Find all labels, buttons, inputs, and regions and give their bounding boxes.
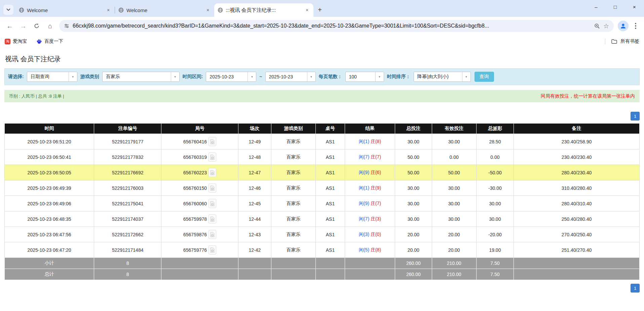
game-type-value: 百家乐 (103, 74, 171, 80)
video-replay-icon[interactable] (209, 245, 216, 254)
tab-title: Welcome (27, 7, 103, 13)
dropdown-arrow-icon[interactable]: ▼ (69, 72, 77, 81)
browser-toolbar: ← → ⌂ 66cxkj98.com/game/betrecord_search… (0, 17, 644, 35)
date-start-input[interactable]: 2025-10-23 ▼ (206, 72, 256, 82)
person-icon (620, 23, 627, 29)
tab-close-icon[interactable]: × (205, 7, 211, 13)
tab-close-icon[interactable]: × (304, 7, 310, 13)
cell-total-bet: 30.00 (395, 180, 432, 196)
page-1-button[interactable]: 1 (631, 112, 640, 120)
bet-record-row[interactable]: 2025-10-23 06:48:35522912174037656759978… (5, 211, 640, 227)
cell-table: AS1 (316, 180, 345, 196)
cell-note: 251.40/270.40 (514, 242, 640, 258)
result-player: 闲(1) (359, 139, 369, 144)
video-replay-icon[interactable] (209, 183, 216, 193)
search-button[interactable]: 查询 (475, 72, 494, 82)
zoom-icon[interactable] (594, 23, 600, 29)
bet-record-row[interactable]: 2025-10-23 06:51:20522912179177656760416… (5, 134, 640, 149)
result-player: 闲(3) (359, 232, 369, 237)
reload-icon (34, 23, 40, 29)
video-replay-icon[interactable] (209, 168, 216, 177)
minimize-button[interactable]: – (586, 0, 606, 13)
dropdown-arrow-icon[interactable]: ▼ (462, 72, 470, 81)
site-info-icon[interactable] (64, 23, 69, 29)
forward-button[interactable]: → (17, 20, 30, 32)
globe-icon (118, 7, 124, 13)
column-header-4: 游戏类别 (271, 124, 315, 134)
bookmark-star-icon[interactable]: ☆ (603, 22, 609, 30)
page-size-label: 每页笔数： (319, 74, 342, 80)
cell-game: 百家乐 (271, 227, 315, 242)
dropdown-arrow-icon[interactable]: ▼ (307, 72, 315, 81)
profile-avatar[interactable] (618, 21, 629, 31)
page-size-select[interactable]: 100 ▼ (345, 72, 384, 82)
summary-cell-5 (316, 269, 345, 280)
page-1-button[interactable]: 1 (631, 284, 640, 292)
browser-tab-strip: Welcome × Welcome × :::视讯 会员下注纪录::: × + … (0, 0, 644, 17)
cell-total-bet: 20.00 (395, 242, 432, 258)
close-button[interactable]: × (625, 0, 644, 13)
cell-table: AS1 (316, 227, 345, 242)
tab-welcome-1[interactable]: Welcome × (15, 3, 115, 17)
browser-menu-icon[interactable] (631, 21, 641, 31)
bet-record-row[interactable]: 2025-10-23 06:50:05522912176692656760223… (5, 165, 640, 180)
address-bar[interactable]: 66cxkj98.com/game/betrecord_search/kind3… (59, 20, 614, 32)
bet-record-row[interactable]: 2025-10-23 06:50:41522912177832656760319… (5, 149, 640, 165)
select-mode-label: 请选择: (8, 74, 24, 80)
payout-rule-note: 同局有效投注，统一计算在该局第一张注单内 (541, 93, 635, 99)
summary-cell-10 (514, 269, 640, 280)
tab-search-button[interactable] (3, 5, 13, 15)
cell-note: 230.40/230.40 (514, 149, 640, 165)
bet-record-row[interactable]: 2025-10-23 06:49:39522912176003656760150… (5, 180, 640, 196)
cell-note: 270.40/250.40 (514, 227, 640, 242)
video-replay-icon[interactable] (209, 199, 216, 208)
all-bookmarks[interactable]: 所有书签 (605, 38, 639, 44)
bet-record-row[interactable]: 2025-10-23 06:47:20522912171484656759776… (5, 242, 640, 258)
cell-time: 2025-10-23 06:49:39 (5, 180, 94, 196)
tab-close-icon[interactable]: × (105, 7, 111, 13)
dropdown-arrow-icon[interactable]: ▼ (375, 72, 384, 81)
tab-welcome-2[interactable]: Welcome × (115, 3, 214, 17)
date-end-input[interactable]: 2025-10-23 ▼ (265, 72, 316, 82)
cell-session: 12-42 (238, 242, 271, 258)
sort-select[interactable]: 降幂(由大到小) ▼ (414, 72, 471, 82)
cell-round-id: 656760150 (161, 180, 238, 196)
home-button[interactable]: ⌂ (44, 20, 56, 32)
bookmark-baidu[interactable]: 百度一下 (36, 38, 63, 44)
folder-icon (611, 39, 617, 44)
bet-record-row[interactable]: 2025-10-23 06:47:56522912172662656759876… (5, 227, 640, 242)
cell-payout: -20.00 (476, 227, 514, 242)
tab-bet-records-active[interactable]: :::视讯 会员下注纪录::: × (214, 3, 313, 17)
divider (605, 38, 605, 44)
column-header-1: 注单编号 (94, 124, 161, 134)
cell-valid-bet: 30.00 (432, 134, 476, 149)
maximize-button[interactable]: □ (606, 0, 625, 13)
result-player: 闲(5) (359, 247, 369, 252)
cell-note: 230.40/258.90 (514, 134, 640, 149)
query-mode-select[interactable]: 日期查询 ▼ (27, 72, 77, 82)
video-replay-icon[interactable] (209, 137, 216, 146)
cell-payout: 28.50 (476, 134, 514, 149)
result-player: 闲(7) (359, 154, 369, 160)
back-button[interactable]: ← (3, 20, 16, 32)
dropdown-arrow-icon[interactable]: ▼ (248, 72, 256, 81)
page-title: 视讯 会员下注纪录 (5, 55, 640, 64)
game-type-select[interactable]: 百家乐 ▼ (102, 72, 180, 82)
result-banker: 庄(7) (371, 154, 381, 160)
reload-button[interactable] (30, 20, 43, 32)
column-header-3: 场次 (238, 124, 271, 134)
page-size-value: 100 (346, 74, 375, 79)
cell-bet-id: 522912174037 (94, 211, 161, 227)
cell-note: 250.40/280.40 (514, 211, 640, 227)
cell-time: 2025-10-23 06:49:06 (5, 196, 94, 211)
cell-time: 2025-10-23 06:47:20 (5, 242, 94, 258)
bet-record-row[interactable]: 2025-10-23 06:49:06522912175041656760060… (5, 196, 640, 211)
new-tab-button[interactable]: + (315, 5, 325, 15)
video-replay-icon[interactable] (209, 214, 216, 223)
video-replay-icon[interactable] (209, 152, 216, 162)
bookmark-taobao[interactable]: 淘 爱淘宝 (5, 38, 27, 44)
dropdown-arrow-icon[interactable]: ▼ (171, 72, 179, 81)
result-banker: 庄(7) (371, 201, 381, 206)
url-text[interactable]: 66cxkj98.com/game/betrecord_search/kind3… (73, 23, 591, 29)
video-replay-icon[interactable] (209, 230, 216, 239)
